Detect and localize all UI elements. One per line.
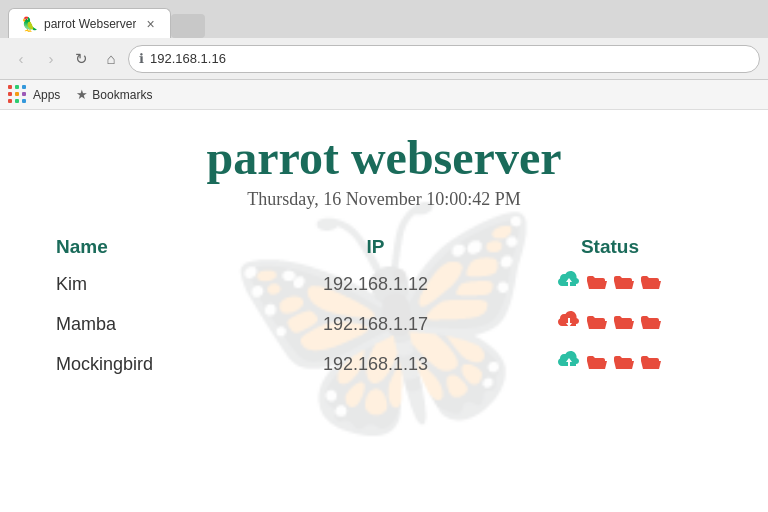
cell-status [492,264,728,304]
cell-name: Mockingbird [40,344,259,384]
table-header-row: Name IP Status [40,230,728,264]
col-status-header: Status [492,230,728,264]
address-bar[interactable]: ℹ 192.168.1.16 [128,45,760,73]
apps-dot [8,85,12,89]
apps-dot [15,92,19,96]
col-name-header: Name [40,230,259,264]
apps-dot [8,99,12,103]
cell-ip: 192.168.1.13 [259,344,492,384]
bookmarks-label: Bookmarks [92,88,152,102]
status-icons-group [508,270,712,298]
toolbar: ‹ › ↻ ⌂ ℹ 192.168.1.16 [0,38,768,80]
cell-ip: 192.168.1.17 [259,304,492,344]
status-icons-group [508,350,712,378]
tab-favicon: 🦜 [21,16,38,32]
active-tab[interactable]: 🦜 parrot Webserver × [8,8,171,38]
table-row: Kim192.168.1.12 [40,264,728,304]
tab-bar: 🦜 parrot Webserver × [0,0,768,38]
folder-icon-2 [639,312,663,337]
reload-button[interactable]: ↻ [68,46,94,72]
table-row: Mockingbird192.168.1.13 [40,344,728,384]
cell-status [492,344,728,384]
page-content: 🦋 parrot webserver Thursday, 16 November… [0,110,768,512]
folder-icon-1 [612,272,636,297]
forward-button[interactable]: › [38,46,64,72]
apps-dot [22,85,26,89]
apps-dot [8,92,12,96]
folder-icon-2 [639,352,663,377]
folder-icon-1 [612,352,636,377]
folder-icon-0 [585,352,609,377]
upload-cloud-icon [556,270,582,298]
folder-icon-1 [612,312,636,337]
home-button[interactable]: ⌂ [98,46,124,72]
apps-label: Apps [33,88,60,102]
new-tab-placeholder [171,14,205,38]
apps-dot [15,99,19,103]
apps-dot [15,85,19,89]
tab-close-button[interactable]: × [142,16,158,32]
cell-status [492,304,728,344]
col-ip-header: IP [259,230,492,264]
new-tab-area [171,14,760,38]
status-icons-group [508,310,712,338]
cell-name: Kim [40,264,259,304]
bookmark-star-icon: ★ [76,87,88,102]
back-button[interactable]: ‹ [8,46,34,72]
address-info-icon: ℹ [139,51,144,66]
folder-icon-0 [585,312,609,337]
upload-cloud-icon [556,350,582,378]
download-cloud-icon [556,310,582,338]
apps-dot [22,99,26,103]
site-title: parrot webserver [40,130,728,185]
cell-name: Mamba [40,304,259,344]
bookmarks-item[interactable]: ★ Bookmarks [76,87,152,102]
apps-dot [22,92,26,96]
apps-item[interactable]: Apps [8,85,68,104]
site-datetime: Thursday, 16 November 10:00:42 PM [40,189,728,210]
cell-ip: 192.168.1.12 [259,264,492,304]
bookmarks-bar: Apps ★ Bookmarks [0,80,768,110]
table-row: Mamba192.168.1.17 [40,304,728,344]
folder-icon-0 [585,272,609,297]
folder-icon-2 [639,272,663,297]
tab-title: parrot Webserver [44,17,136,31]
browser-chrome: 🦜 parrot Webserver × ‹ › ↻ ⌂ ℹ 192.168.1… [0,0,768,110]
address-text: 192.168.1.16 [150,51,226,66]
apps-grid-icon [8,85,27,104]
server-table: Name IP Status Kim192.168.1.12 Mamba192.… [40,230,728,384]
main-content: parrot webserver Thursday, 16 November 1… [0,110,768,404]
